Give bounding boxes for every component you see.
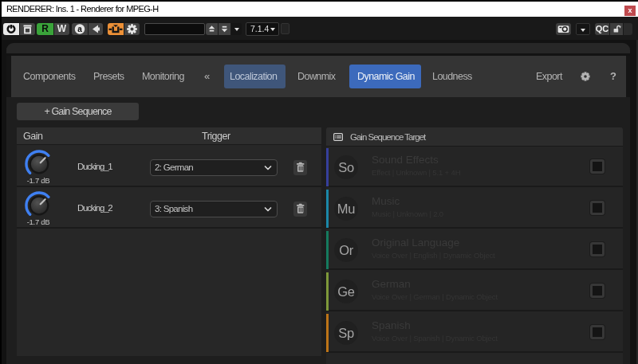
svg-text:a: a [77, 25, 82, 33]
